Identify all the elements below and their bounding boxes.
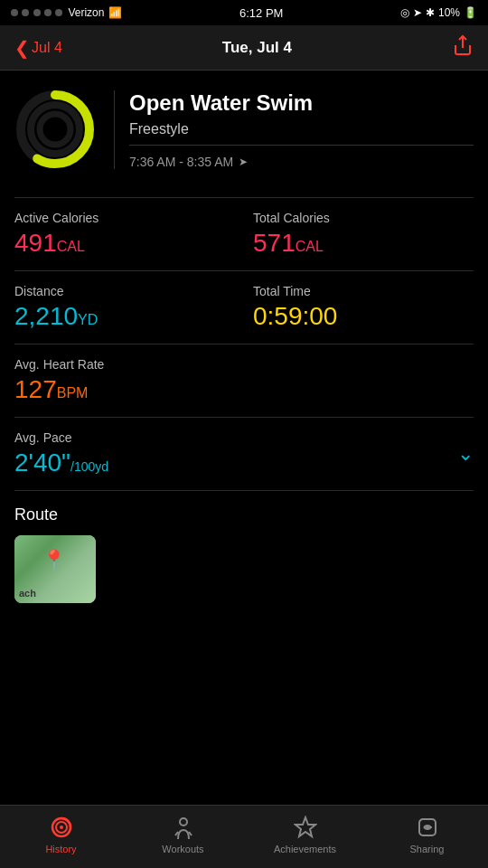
workout-header: Open Water Swim Freestyle 7:36 AM - 8:35…: [14, 71, 474, 179]
location-arrow-icon: ➤: [239, 156, 248, 168]
expand-chevron-icon[interactable]: ⌄: [457, 442, 474, 466]
status-bar: Verizon 📶 6:12 PM ◎ ➤ ✱ 10% 🔋: [0, 0, 488, 25]
active-calories-block: Active Calories 491CAL: [14, 211, 235, 258]
workout-info: Open Water Swim Freestyle 7:36 AM - 8:35…: [114, 90, 474, 169]
tab-workouts[interactable]: Workouts: [122, 815, 244, 854]
svg-point-13: [426, 826, 429, 829]
wifi-icon: 📶: [108, 6, 122, 19]
sharing-icon: [415, 815, 440, 840]
status-time: 6:12 PM: [239, 6, 283, 20]
tab-bar: History Workouts Achievements: [0, 805, 488, 868]
route-label: Route: [14, 505, 474, 524]
stats-section: Active Calories 491CAL Total Calories 57…: [14, 197, 474, 491]
workout-subtitle: Freestyle: [129, 121, 474, 146]
carrier-name: Verizon: [68, 6, 104, 19]
tab-achievements[interactable]: Achievements: [244, 815, 366, 854]
active-cal-value: 491CAL: [14, 229, 235, 258]
total-time-block: Total Time 0:59:00: [235, 284, 474, 331]
total-time-label: Total Time: [253, 284, 474, 298]
time-range: 7:36 AM - 8:35 AM: [129, 155, 233, 169]
map-pin-icon: 📍: [42, 549, 66, 572]
nav-title: Tue, Jul 4: [222, 39, 292, 57]
svg-point-7: [60, 826, 63, 829]
signal-dots: [11, 6, 63, 19]
pace-label: Avg. Pace: [14, 430, 108, 445]
nav-bar: ❮ Jul 4 Tue, Jul 4: [0, 25, 488, 71]
total-cal-label: Total Calories: [253, 211, 474, 225]
main-content: Open Water Swim Freestyle 7:36 AM - 8:35…: [0, 71, 488, 805]
total-cal-value: 571CAL: [253, 229, 474, 258]
distance-time-row: Distance 2,210YD Total Time 0:59:00: [14, 271, 474, 344]
workout-time: 7:36 AM - 8:35 AM ➤: [129, 155, 474, 169]
share-button[interactable]: [452, 34, 474, 61]
location-icon: ◎: [400, 6, 409, 19]
tab-sharing[interactable]: Sharing: [366, 815, 488, 854]
distance-value: 2,210YD: [14, 302, 235, 331]
bluetooth-icon: ✱: [426, 6, 435, 19]
battery-icon: 🔋: [464, 6, 477, 19]
activity-ring: [14, 89, 96, 170]
heart-rate-value: 127BPM: [14, 375, 474, 404]
map-image: 📍 ach: [14, 535, 96, 603]
distance-label: Distance: [14, 284, 235, 298]
battery-text: 10%: [438, 6, 460, 19]
svg-marker-11: [296, 817, 315, 836]
heart-rate-label: Avg. Heart Rate: [14, 357, 474, 372]
tab-history[interactable]: History: [0, 815, 122, 854]
pace-value: 2'40"/100yd: [14, 448, 108, 477]
status-carrier: Verizon 📶: [11, 6, 122, 19]
active-cal-label: Active Calories: [14, 211, 235, 225]
workouts-icon: [171, 815, 196, 840]
svg-point-4: [40, 114, 70, 145]
workout-title: Open Water Swim: [129, 90, 474, 116]
back-label: Jul 4: [32, 40, 62, 56]
gps-icon: ➤: [413, 6, 422, 19]
heart-rate-row: Avg. Heart Rate 127BPM: [14, 344, 474, 418]
chevron-left-icon: ❮: [14, 37, 30, 59]
pace-row[interactable]: Avg. Pace 2'40"/100yd ⌄: [14, 418, 474, 491]
tab-history-label: History: [45, 844, 76, 854]
history-icon: [49, 815, 74, 840]
total-calories-block: Total Calories 571CAL: [235, 211, 474, 258]
route-section: Route 📍 ach: [14, 491, 474, 618]
tab-sharing-label: Sharing: [410, 844, 445, 854]
achievements-icon: [293, 815, 318, 840]
calories-row: Active Calories 491CAL Total Calories 57…: [14, 198, 474, 271]
svg-point-8: [180, 818, 187, 826]
total-time-value: 0:59:00: [253, 302, 474, 331]
tab-workouts-label: Workouts: [162, 844, 203, 854]
status-right-icons: ◎ ➤ ✱ 10% 🔋: [400, 6, 477, 19]
tab-achievements-label: Achievements: [274, 844, 336, 854]
pace-content: Avg. Pace 2'40"/100yd: [14, 430, 108, 477]
route-map[interactable]: 📍 ach: [14, 535, 96, 603]
distance-block: Distance 2,210YD: [14, 284, 235, 331]
back-button[interactable]: ❮ Jul 4: [14, 37, 62, 59]
map-location-text: ach: [19, 588, 36, 599]
